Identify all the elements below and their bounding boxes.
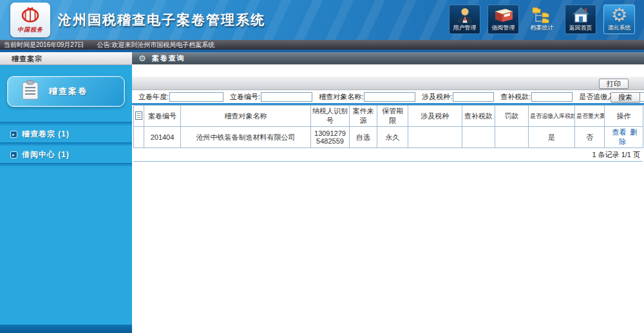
- sidebar-menu: ▸ 稽查卷宗 (1) ▸ 借阅中心 (1): [0, 122, 132, 167]
- bullet-icon: ▸: [10, 131, 17, 138]
- col-retention: 保管期限: [377, 106, 408, 127]
- top-nav: 用户管理 借阅管理: [449, 5, 635, 34]
- app-title: 沧州国税稽查电子案卷管理系统: [58, 11, 265, 29]
- recovered-tax-input[interactable]: [531, 92, 573, 102]
- target-name-input[interactable]: [364, 92, 415, 102]
- sidebar-item-borrow-center[interactable]: ▸ 借阅中心 (1): [0, 146, 132, 163]
- cell-case-number: 201404: [144, 127, 181, 148]
- app-window: 中国税务 沧州国税稽查电子案卷管理系统 用户管理: [0, 0, 644, 333]
- filing-year-input[interactable]: [169, 92, 223, 102]
- filter-label-recovered-tax: 查补税款:: [500, 92, 531, 102]
- filter-label-filing-year: 立卷年度:: [138, 92, 169, 102]
- cell-tax-types: [408, 127, 462, 148]
- nav-label: 档案统计: [531, 24, 554, 32]
- sidebar-item-inspection-files[interactable]: ▸ 稽查卷宗 (1): [0, 126, 132, 142]
- nav-label: 退出系统: [608, 24, 631, 32]
- cell-major-case: 否: [575, 127, 605, 148]
- col-major-case: 是否重大案件: [575, 106, 605, 127]
- main-content: ⚙ 案卷查询 打印 立卷年度: 立卷编号: 稽查对象名称: 涉及税种: 查补税款…: [132, 52, 644, 333]
- cell-recovered-tax: [462, 127, 495, 148]
- col-actions: 操作: [605, 106, 643, 127]
- col-recovered-tax: 查补税款: [462, 106, 495, 127]
- nav-borrow-management[interactable]: 借阅管理: [488, 5, 519, 34]
- pagination: 1 条记录 1/1 页: [133, 148, 643, 162]
- content-spacer: [132, 64, 644, 76]
- filing-number-input[interactable]: [261, 92, 312, 102]
- col-case-source: 案件来源: [350, 106, 377, 127]
- content-title: 案卷查询: [152, 53, 185, 63]
- bullet-icon: ▸: [10, 151, 17, 158]
- col-taxpayer-id: 纳税人识别号: [311, 106, 350, 127]
- view-link[interactable]: 查看: [612, 128, 627, 136]
- table-header-row: 案卷编号 稽查对象名称 纳税人识别号 案件来源 保管期限 涉及税种 查补税款 罚…: [134, 106, 643, 127]
- nav-label: 用户管理: [453, 24, 477, 32]
- clipboard-icon: [21, 80, 40, 103]
- toolbar: 打印: [132, 76, 644, 90]
- active-module-label: 稽查案卷: [49, 86, 88, 97]
- cell-case-source: 自选: [350, 127, 377, 148]
- search-button[interactable]: 搜索: [611, 92, 640, 102]
- sidebar-section-title: 稽查案宗: [0, 52, 132, 65]
- sidebar-item-label: 借阅中心 (1): [22, 149, 70, 160]
- gear-icon: ⚙: [138, 53, 147, 63]
- logo-caption: 中国税务: [17, 26, 43, 34]
- user-icon: [456, 5, 474, 24]
- status-text: 当前时间是2016年09月27日 公告:欢迎来到沧州市国税局电子档案系统: [4, 41, 214, 48]
- nav-user-management[interactable]: 用户管理: [449, 5, 480, 34]
- archive-box-icon: [493, 5, 514, 24]
- col-fine: 罚款: [495, 106, 529, 127]
- tax-lantern-icon: [19, 6, 41, 26]
- document-icon: [135, 111, 142, 120]
- cell-retention: 永久: [377, 127, 408, 148]
- status-bar: 当前时间是2016年09月27日 公告:欢迎来到沧州市国税局电子档案系统: [0, 40, 644, 50]
- nav-archive-statistics[interactable]: 档案统计: [526, 5, 558, 34]
- nav-label: 借阅管理: [492, 24, 515, 32]
- col-case-number: 案卷编号: [144, 106, 181, 127]
- filter-label-filing-number: 立卷编号:: [230, 92, 260, 102]
- table-row: 201404 沧州中铁装备制造材料有限公司 130912795482559 自选…: [134, 127, 643, 148]
- nav-return-home[interactable]: 返回首页: [565, 5, 596, 34]
- filter-label-tax-types: 涉及税种:: [422, 92, 452, 102]
- tax-logo: 中国税务: [10, 3, 50, 37]
- case-table: 案卷编号 稽查对象名称 纳税人识别号 案件来源 保管期限 涉及税种 查补税款 罚…: [133, 105, 643, 148]
- sidebar-item-label: 稽查卷宗 (1): [22, 129, 70, 140]
- print-button[interactable]: 打印: [599, 79, 629, 89]
- nav-exit-system[interactable]: ⚙ 退出系统: [603, 5, 635, 34]
- col-tax-paid: 是否追缴入库税款: [529, 106, 575, 127]
- cell-actions: 查看删除: [605, 127, 643, 148]
- cell-fine: [495, 127, 529, 148]
- sidebar-active-module-button[interactable]: 稽查案卷: [7, 76, 125, 107]
- content-title-bar: ⚙ 案卷查询: [132, 52, 644, 64]
- filter-bar: 立卷年度: 立卷编号: 稽查对象名称: 涉及税种: 查补税款: 是否追缴入库税款…: [132, 90, 644, 105]
- app-header: 中国税务 沧州国税稽查电子案卷管理系统 用户管理: [0, 0, 644, 40]
- cell-tax-paid: 是: [529, 127, 575, 148]
- folder-tree-icon: [531, 5, 553, 24]
- cell-taxpayer-id: 130912795482559: [311, 127, 350, 148]
- cell-target-name: 沧州中铁装备制造材料有限公司: [181, 127, 311, 148]
- col-target-name: 稽查对象名称: [181, 106, 311, 127]
- nav-label: 返回首页: [569, 24, 592, 32]
- tax-types-input[interactable]: [453, 92, 494, 102]
- cell-icon: [134, 127, 144, 148]
- doc-icon-column: [134, 106, 144, 127]
- sidebar: 稽查案宗 稽查案卷 ▸ 稽查卷宗 (1) ▸: [0, 52, 132, 333]
- filter-label-target-name: 稽查对象名称:: [319, 92, 363, 102]
- gear-icon: ⚙: [611, 5, 628, 24]
- home-icon: [572, 5, 590, 24]
- col-tax-types: 涉及税种: [408, 106, 462, 127]
- menu-separator: [0, 163, 132, 167]
- sidebar-footer: [0, 325, 132, 333]
